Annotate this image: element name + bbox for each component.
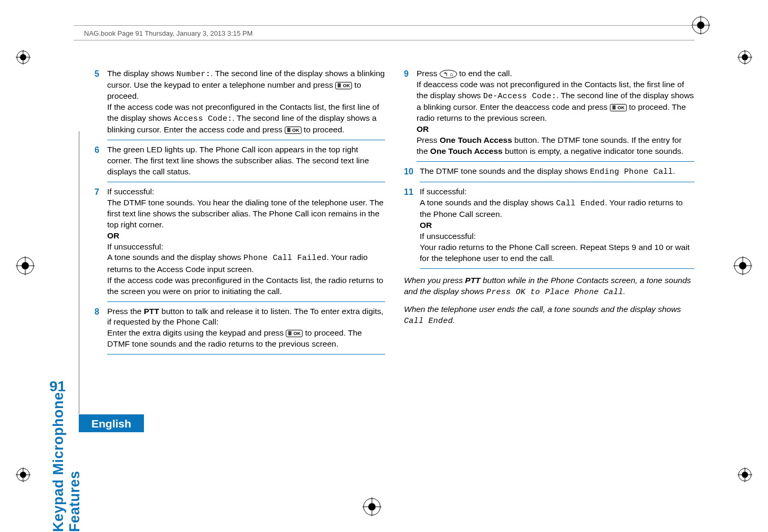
display-text: Call Ended	[556, 199, 605, 208]
display-text: Ending Phone Call	[590, 168, 673, 176]
or-label: OR	[420, 221, 432, 230]
text: .	[673, 166, 675, 175]
step-divider	[107, 140, 385, 140]
end-call-icon: ↰ ⌂	[440, 70, 457, 78]
or-label: OR	[107, 231, 119, 240]
ok-button-icon: ≣ OK	[285, 127, 302, 134]
text: The DTMF tone sounds. You hear the diali…	[107, 198, 383, 229]
text: A tone sounds and the display shows	[420, 198, 556, 207]
step-divider	[107, 182, 385, 182]
crop-mark-icon	[16, 50, 30, 65]
step-number: 6	[95, 144, 107, 178]
step-number: 11	[404, 186, 420, 264]
text: If unsuccessful:	[107, 242, 163, 251]
step-number: 8	[95, 306, 107, 350]
text: If successful:	[107, 187, 154, 196]
display-text: Access Code:	[174, 114, 233, 123]
button-name: One Touch Access	[430, 147, 503, 155]
ok-button-icon: ≣ OK	[610, 104, 627, 111]
note-paragraph: When you press PTT button while in the P…	[404, 275, 694, 298]
language-tab: English	[79, 414, 144, 432]
button-name: One Touch Access	[440, 135, 512, 144]
crop-mark-icon	[738, 467, 752, 482]
step-number: 10	[404, 166, 420, 178]
text: .	[623, 287, 625, 296]
step-6: 6 The green LED lights up. The Phone Cal…	[95, 144, 385, 178]
main-content: 5 The display shows Number:. The second …	[95, 68, 694, 359]
header-rule	[74, 25, 694, 26]
crop-mark-icon	[16, 467, 30, 482]
step-9: 9 Press ↰ ⌂ to end the call. If deaccess…	[404, 68, 694, 157]
step-body: The display shows Number:. The second li…	[107, 68, 385, 135]
page-number: 91	[49, 378, 66, 395]
step-5: 5 The display shows Number:. The second …	[95, 68, 385, 135]
text: If successful:	[420, 187, 467, 196]
text: Press	[417, 135, 440, 144]
text: The display shows	[107, 69, 177, 78]
text: to proceed.	[302, 125, 345, 134]
display-text: Press OK to Place Phone Call	[486, 288, 623, 297]
step-divider	[417, 161, 694, 162]
crop-mark-icon	[738, 50, 752, 65]
ptt-label: PTT	[465, 276, 480, 285]
text: If the access code was preconfigured in …	[107, 276, 383, 296]
right-column: 9 Press ↰ ⌂ to end the call. If deaccess…	[404, 68, 694, 359]
left-column: 5 The display shows Number:. The second …	[95, 68, 385, 359]
registration-mark-icon	[362, 497, 381, 516]
display-text: Call Ended	[404, 317, 453, 326]
display-text: Number:	[177, 70, 211, 79]
text: .	[453, 316, 455, 325]
text: Press	[417, 69, 440, 78]
step-7: 7 If successful: The DTMF tone sounds. Y…	[95, 186, 385, 297]
step-divider	[420, 182, 694, 182]
text: The DTMF tone sounds and the display sho…	[420, 166, 590, 175]
step-body: Press the PTT button to talk and release…	[107, 306, 385, 350]
step-divider	[107, 301, 385, 302]
text: button is empty, a negative indicator to…	[503, 147, 683, 155]
step-number: 5	[95, 68, 107, 135]
running-header: NAG.book Page 91 Thursday, January 3, 20…	[84, 29, 253, 37]
header-rule	[74, 40, 694, 40]
registration-mark-icon	[16, 256, 35, 275]
step-body: The green LED lights up. The Phone Call …	[107, 144, 385, 178]
display-text: De-Access Code:	[483, 92, 557, 101]
step-divider	[420, 268, 694, 269]
text: When the telephone user ends the call, a…	[404, 305, 681, 314]
ptt-label: PTT	[144, 307, 159, 316]
step-divider	[107, 354, 385, 354]
text: A tone sounds and the display shows	[107, 253, 243, 262]
text: If unsuccessful:	[420, 232, 476, 241]
step-body: If successful: A tone sounds and the dis…	[420, 186, 694, 264]
step-number: 9	[404, 68, 417, 157]
step-number: 7	[95, 186, 107, 297]
or-label: OR	[417, 124, 429, 133]
text: Your radio returns to the Phone Call scr…	[420, 243, 690, 263]
step-8: 8 Press the PTT button to talk and relea…	[95, 306, 385, 350]
display-text: Phone Call Failed	[243, 254, 326, 263]
step-body: The DTMF tone sounds and the display sho…	[420, 166, 694, 178]
text: Press the	[107, 307, 144, 316]
step-11: 11 If successful: A tone sounds and the …	[404, 186, 694, 264]
ok-button-icon: ≣ OK	[335, 82, 352, 89]
note-paragraph: When the telephone user ends the call, a…	[404, 304, 694, 327]
text: When you press	[404, 276, 465, 285]
ok-button-icon: ≣ OK	[286, 330, 303, 337]
step-body: Press ↰ ⌂ to end the call. If deaccess c…	[417, 68, 694, 157]
step-10: 10 The DTMF tone sounds and the display …	[404, 166, 694, 178]
text: Enter the extra digits using the keypad …	[107, 328, 286, 337]
step-body: If successful: The DTMF tone sounds. You…	[107, 186, 385, 297]
text: to end the call.	[457, 69, 512, 78]
registration-mark-icon	[733, 256, 752, 275]
